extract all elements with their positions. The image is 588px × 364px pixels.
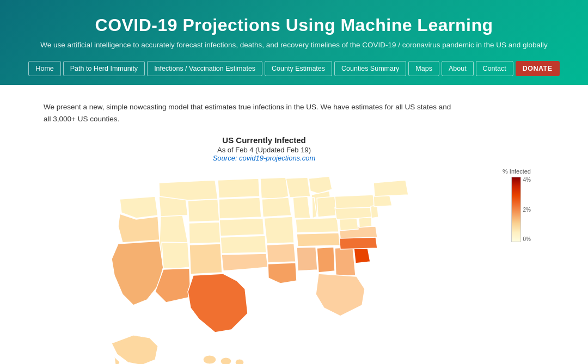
nav-home[interactable]: Home	[28, 61, 60, 76]
legend-tick-4: 4%	[523, 177, 531, 183]
map-title: US Currently Infected	[57, 135, 471, 145]
legend-title: % Infected	[503, 168, 531, 175]
nav-maps[interactable]: Maps	[408, 61, 439, 76]
legend-tick-2: 2%	[523, 207, 531, 213]
header: COVID-19 Projections Using Machine Learn…	[0, 0, 588, 85]
nav-infections[interactable]: Infections / Vaccination Estimates	[147, 61, 262, 76]
page-title: COVID-19 Projections Using Machine Learn…	[11, 15, 577, 35]
us-map[interactable]	[79, 166, 449, 364]
nav-about[interactable]: About	[442, 61, 474, 76]
nav-herd[interactable]: Path to Herd Immunity	[63, 61, 145, 76]
intro-text: We present a new, simple nowcasting mode…	[44, 101, 457, 125]
nav-counties[interactable]: Counties Summary	[334, 61, 406, 76]
main-nav: Home Path to Herd Immunity Infections / …	[11, 61, 577, 85]
map-legend: % Infected 4% 2% 0%	[487, 135, 531, 243]
nav-county[interactable]: County Estimates	[265, 61, 332, 76]
svg-point-1	[220, 357, 231, 364]
map-source: Source: covid19-projections.com	[57, 154, 471, 162]
legend-tick-0: 0%	[523, 236, 531, 242]
main-content: We present a new, simple nowcasting mode…	[0, 85, 588, 364]
svg-point-2	[235, 359, 244, 364]
legend-ticks: 4% 2% 0%	[523, 177, 531, 242]
nav-donate[interactable]: DONATE	[516, 61, 560, 76]
map-container: US Currently Infected As of Feb 4 (Updat…	[57, 135, 471, 364]
legend-color-bar	[511, 177, 521, 242]
legend-row: 4% 2% 0%	[511, 177, 531, 243]
svg-point-0	[203, 355, 216, 364]
map-date: As of Feb 4 (Updated Feb 19)	[57, 146, 471, 154]
map-section: US Currently Infected As of Feb 4 (Updat…	[44, 135, 544, 364]
header-subtitle: We use artificial intelligence to accura…	[11, 41, 577, 49]
nav-contact[interactable]: Contact	[476, 61, 513, 76]
